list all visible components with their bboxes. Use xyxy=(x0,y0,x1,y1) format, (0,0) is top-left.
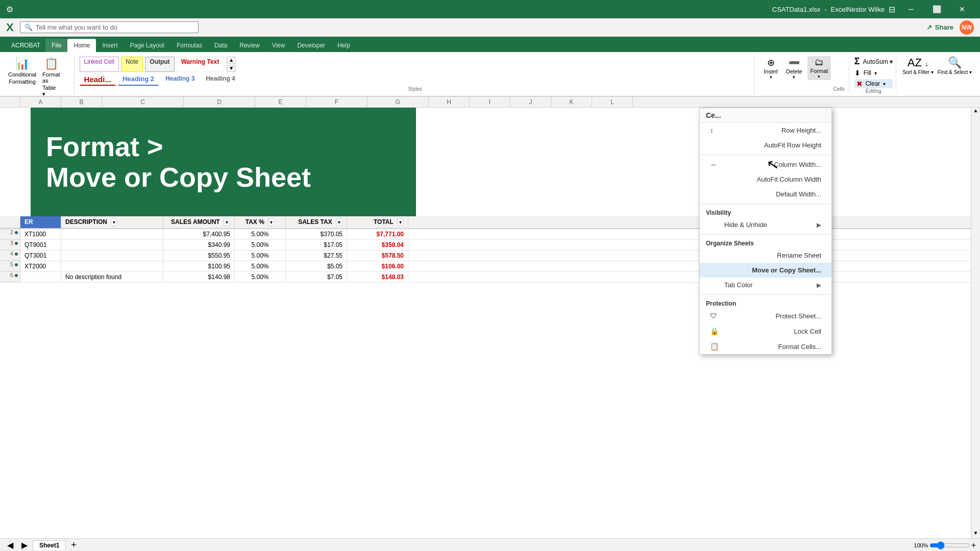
col-header-j: J xyxy=(510,97,551,107)
menu-rename-sheet[interactable]: Rename Sheet xyxy=(700,248,831,263)
clear-button[interactable]: ✖ Clear ▾ xyxy=(854,79,893,88)
cell-tax-5[interactable]: 5.00% xyxy=(235,272,286,282)
scroll-down-button[interactable]: ▼ xyxy=(971,530,980,538)
style-heading4[interactable]: Heading 4 xyxy=(201,73,239,86)
style-output[interactable]: Output xyxy=(145,57,174,72)
cell-desc-5[interactable]: No description found xyxy=(61,272,163,282)
styles-section-label: Styles xyxy=(80,86,751,92)
style-heading2[interactable]: Heading 2 xyxy=(118,73,159,86)
menu-tab-color[interactable]: Tab Color ▶ xyxy=(700,278,831,292)
style-warning-text[interactable]: Warning Text xyxy=(177,57,224,72)
delete-button[interactable]: ➖ Delete ▾ xyxy=(783,56,805,81)
add-sheet-button[interactable]: + xyxy=(68,540,80,550)
insert-button[interactable]: ⊕ Insert ▾ xyxy=(761,56,781,81)
style-note[interactable]: Note xyxy=(121,57,143,72)
tab-data[interactable]: Data xyxy=(208,39,233,52)
filter-sales[interactable]: ▾ xyxy=(224,218,230,226)
cell-tax-2[interactable]: 5.00% xyxy=(235,240,286,250)
cell-er-5[interactable] xyxy=(20,272,61,282)
cell-total-5[interactable]: $148.03 xyxy=(347,272,408,282)
cell-er-3[interactable]: QT3001 xyxy=(20,251,61,261)
menu-autofit-row-height[interactable]: AutoFit Row Height xyxy=(700,138,831,153)
ribbon-tab-bar: ACROBAT File Home Insert Page Layout For… xyxy=(0,37,980,52)
cell-total-1[interactable]: $7,771.00 xyxy=(347,229,408,239)
cell-sales-5[interactable]: $140.98 xyxy=(163,272,235,282)
autosum-button[interactable]: Σ AutoSum ▾ xyxy=(854,56,893,67)
cell-desc-4[interactable] xyxy=(61,261,163,271)
tab-developer[interactable]: Developer xyxy=(291,39,331,52)
tab-help[interactable]: Help xyxy=(331,39,356,52)
column-width-icon: ↔ xyxy=(710,161,717,168)
menu-format-cells[interactable]: 📋 Format Cells... xyxy=(700,339,831,354)
cell-desc-3[interactable] xyxy=(61,251,163,261)
separator-3 xyxy=(700,234,831,235)
scroll-up-button[interactable]: ▲ xyxy=(971,108,980,116)
cell-er-2[interactable]: QT9001 xyxy=(20,240,61,250)
zoom-in-icon[interactable]: + xyxy=(971,541,976,550)
menu-lock-cell[interactable]: 🔒 Lock Cell xyxy=(700,323,831,339)
menu-autofit-column-width[interactable]: AutoFit Column Width xyxy=(700,172,831,187)
cell-salestax-3[interactable]: $27.55 xyxy=(286,251,347,261)
style-heading3[interactable]: Heading 3 xyxy=(161,73,199,86)
cell-total-2[interactable]: $358.04 xyxy=(347,240,408,250)
cell-salestax-1[interactable]: $370.05 xyxy=(286,229,347,239)
menu-move-copy-sheet[interactable]: Move or Copy Sheet... xyxy=(700,263,831,278)
cell-sales-1[interactable]: $7,400.95 xyxy=(163,229,235,239)
menu-row-height[interactable]: ↕ Row Height... xyxy=(700,123,831,138)
tab-review[interactable]: Review xyxy=(233,39,265,52)
tab-page-layout[interactable]: Page Layout xyxy=(124,39,170,52)
maximize-button[interactable]: ⬜ xyxy=(925,0,948,18)
cell-tax-1[interactable]: 5.00% xyxy=(235,229,286,239)
menu-hide-unhide[interactable]: Hide & Unhide ▶ xyxy=(700,217,831,232)
format-button[interactable]: 🗂 Format ▾ xyxy=(807,56,831,80)
format-as-table-button[interactable]: 📋 Format as Table ▾ xyxy=(40,56,62,98)
styles-scroll-down[interactable]: ▼ xyxy=(227,65,236,72)
styles-scroll-up[interactable]: ▲ xyxy=(227,57,236,64)
cell-desc-2[interactable] xyxy=(61,240,163,250)
search-box[interactable]: 🔍 Tell me what you want to do xyxy=(20,21,199,33)
filter-description[interactable]: ▾ xyxy=(111,218,117,226)
cell-sales-3[interactable]: $550.95 xyxy=(163,251,235,261)
sheet-nav-right[interactable]: ▶ xyxy=(18,540,31,550)
tab-acrobat[interactable]: ACROBAT xyxy=(6,39,45,52)
tab-formulas[interactable]: Formulas xyxy=(170,39,208,52)
style-heading1[interactable]: Headi... xyxy=(80,73,116,86)
menu-column-width[interactable]: ↔ Column Width... xyxy=(700,157,831,172)
cell-sales-4[interactable]: $100.95 xyxy=(163,261,235,271)
sheet-nav-left[interactable]: ◀ xyxy=(4,540,16,550)
window-icon[interactable]: ⊟ xyxy=(889,5,895,14)
tab-insert[interactable]: Insert xyxy=(96,39,124,52)
cell-tax-4[interactable]: 5.00% xyxy=(235,261,286,271)
close-button[interactable]: ✕ xyxy=(950,0,974,18)
cell-total-4[interactable]: $106.00 xyxy=(347,261,408,271)
cell-total-3[interactable]: $578.50 xyxy=(347,251,408,261)
filter-salestax[interactable]: ▾ xyxy=(336,218,342,226)
menu-default-width[interactable]: Default Width... xyxy=(700,187,831,202)
share-button[interactable]: ↗ Share xyxy=(926,23,953,31)
filter-tax[interactable]: ▾ xyxy=(268,218,275,226)
vertical-scrollbar[interactable]: ▲ ▼ xyxy=(971,108,980,538)
cell-tax-3[interactable]: 5.00% xyxy=(235,251,286,261)
tab-view[interactable]: View xyxy=(266,39,291,52)
fill-button[interactable]: ⬇ Fill ▾ xyxy=(854,69,893,77)
sort-filter-button[interactable]: AZ ↓ Sort & Filter ▾ xyxy=(902,56,934,92)
conditional-formatting-button[interactable]: 📊 Conditional Formatting xyxy=(6,56,38,86)
style-linked-cell[interactable]: Linked Cell xyxy=(80,57,119,72)
cell-sales-2[interactable]: $340.99 xyxy=(163,240,235,250)
minimize-button[interactable]: ─ xyxy=(899,0,923,18)
tab-file[interactable]: File xyxy=(45,39,67,52)
cell-er-1[interactable]: XT1000 xyxy=(20,229,61,239)
col-header-l: L xyxy=(592,97,633,107)
tab-home[interactable]: Home xyxy=(67,39,96,52)
cell-salestax-5[interactable]: $7.05 xyxy=(286,272,347,282)
avatar[interactable]: NW xyxy=(960,20,974,35)
sheet-tab-1[interactable]: Sheet1 xyxy=(33,540,66,550)
menu-protect-sheet[interactable]: 🛡 Protect Sheet... xyxy=(700,308,831,323)
cell-salestax-2[interactable]: $17.05 xyxy=(286,240,347,250)
cell-salestax-4[interactable]: $5.05 xyxy=(286,261,347,271)
filter-total[interactable]: ▾ xyxy=(397,218,404,226)
cell-desc-1[interactable] xyxy=(61,229,163,239)
zoom-slider[interactable] xyxy=(929,541,970,549)
find-select-button[interactable]: 🔍 Find & Select ▾ xyxy=(938,56,972,92)
cell-er-4[interactable]: XT2000 xyxy=(20,261,61,271)
